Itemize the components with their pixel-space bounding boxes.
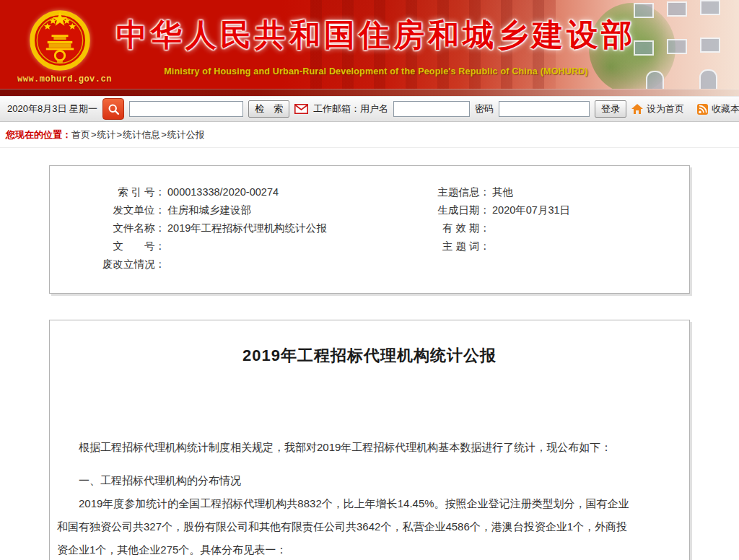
meta-row-generated-date: 生成日期：2020年07月31日 [432, 201, 682, 219]
search-button[interactable]: 检 索 [248, 100, 289, 118]
meta-row-validity: 有 效 期： [432, 219, 682, 237]
breadcrumb-item-statistics[interactable]: 统计 [97, 129, 116, 140]
search-icon[interactable] [102, 98, 124, 120]
document-content-box: 2019年工程招标代理机构统计公报 根据工程招标代理机构统计制度相关规定，我部对… [49, 320, 690, 560]
username-input[interactable] [393, 101, 470, 117]
site-logo: www.mohurd.gov.cn [17, 4, 102, 92]
meta-row-index-number: 索 引 号：000013338/2020-00274 [57, 183, 432, 201]
home-icon [631, 104, 643, 115]
paragraph-statistics: 2019年度参加统计的全国工程招标代理机构共8832个，比上年增长14.45%。… [57, 492, 631, 560]
breadcrumb-item-home[interactable]: 首页 [71, 129, 90, 140]
header-building-windows [624, 0, 739, 96]
document-body: 根据工程招标代理机构统计制度相关规定，我部对2019年工程招标代理机构基本数据进… [57, 436, 631, 560]
document-meta-box: 索 引 号：000013338/2020-00274 发文单位：住房和城乡建设部… [49, 165, 690, 294]
section-heading-1: 一、工程招标代理机构的分布情况 [57, 469, 631, 492]
site-url: www.mohurd.gov.cn [17, 74, 102, 84]
breadcrumb: 您现在的位置：首页>统计>统计信息>统计公报 [0, 122, 739, 148]
top-toolbar: 2020年8月3日 星期一 检 索 工作邮箱：用户名 密码 登录 设为首页 [0, 96, 739, 122]
rss-icon [697, 104, 708, 115]
meta-row-doc-number: 文 号： [57, 237, 432, 255]
site-header: www.mohurd.gov.cn 中华人民共和国住房和城乡建设部 Minist… [0, 0, 739, 96]
breadcrumb-item-stat-info[interactable]: 统计信息 [123, 129, 160, 140]
meta-row-keywords: 主 题 词： [432, 237, 682, 255]
site-title: 中华人民共和国住房和城乡建设部 [114, 14, 638, 56]
mail-icon[interactable] [294, 104, 308, 114]
meta-row-file-name: 文件名称：2019年工程招标代理机构统计公报 [57, 219, 432, 237]
breadcrumb-item-stat-bulletin[interactable]: 统计公报 [167, 129, 205, 140]
meta-row-topic-info: 主题信息：其他 [432, 183, 682, 201]
favorite-site-link[interactable]: 收藏本站 [712, 102, 739, 115]
meta-row-issuing-unit: 发文单位：住房和城乡建设部 [57, 201, 432, 219]
current-date: 2020年8月3日 星期一 [7, 102, 97, 115]
password-label: 密码 [475, 102, 494, 115]
breadcrumb-prefix: 您现在的位置： [6, 129, 71, 140]
set-home-link[interactable]: 设为首页 [647, 102, 684, 115]
login-button[interactable]: 登录 [595, 100, 626, 118]
password-input[interactable] [499, 101, 590, 117]
meta-row-repeal-status: 废改立情况： [57, 255, 432, 274]
work-mail-username-label: 工作邮箱：用户名 [313, 102, 388, 115]
document-title: 2019年工程招标代理机构统计公报 [57, 345, 682, 367]
national-emblem-icon [25, 4, 95, 74]
site-subtitle-english: Ministry of Housing and Urban-Rural Deve… [114, 66, 638, 76]
header-bottom-strip [0, 89, 739, 96]
search-input[interactable] [129, 101, 243, 117]
paragraph-intro: 根据工程招标代理机构统计制度相关规定，我部对2019年工程招标代理机构基本数据进… [57, 436, 631, 459]
